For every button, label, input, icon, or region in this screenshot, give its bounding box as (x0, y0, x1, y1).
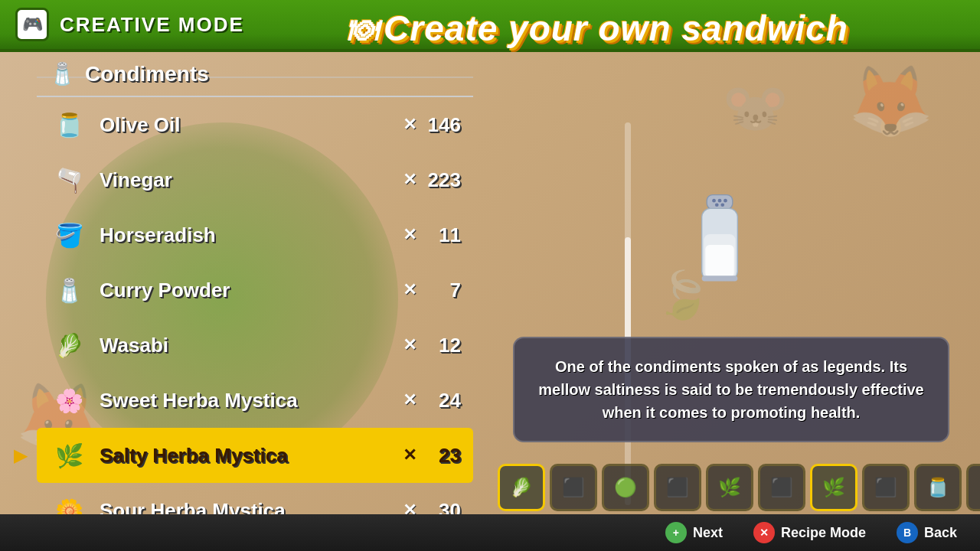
svg-point-3 (724, 199, 727, 203)
svg-point-5 (720, 203, 724, 207)
bottom-slot-6[interactable]: ⬛ (758, 464, 805, 511)
item-x-sweet-herba: ✕ (403, 390, 416, 410)
recipe-mode-btn[interactable]: ✕ Recipe Mode (753, 522, 866, 543)
btn-label-recipe-mode-btn: Recipe Mode (781, 525, 866, 541)
info-text: One of the condiments spoken of as legen… (536, 355, 926, 424)
svg-point-1 (712, 199, 716, 203)
bottom-slot-7[interactable]: 🌿 (810, 464, 858, 511)
item-row-horseradish[interactable]: 🪣 Horseradish ✕ 11 (37, 207, 473, 262)
creative-mode-title: CREATIVE MODE (60, 13, 244, 37)
main-title-text: Create your own sandwich (384, 8, 848, 48)
condiments-label: Condiments (85, 62, 209, 86)
item-icon-wasabi: 🥬 (49, 325, 89, 365)
item-row-vinegar[interactable]: 🫗 Vinegar ✕ 223 (37, 152, 473, 207)
item-icon-horseradish: 🪣 (49, 215, 89, 255)
btn-circle-back-btn: B (897, 522, 918, 543)
item-icon-sweet-herba: 🌸 (49, 380, 89, 420)
item-count-olive-oil: 146 (423, 113, 461, 137)
item-row-curry-powder[interactable]: 🧂 Curry Powder ✕ 7 (37, 262, 473, 318)
bottom-slot-3[interactable]: 🟢 (602, 464, 649, 511)
item-x-vinegar: ✕ (403, 170, 416, 190)
item-icon-olive-oil: 🫙 (49, 105, 89, 145)
item-count-sweet-herba: 24 (423, 389, 461, 412)
scrollbar[interactable] (625, 122, 631, 505)
btn-circle-recipe-mode-btn: ✕ (753, 522, 775, 543)
condiments-icon: 🧂 (49, 61, 76, 86)
item-name-salty-herba: Salty Herba Mystica (100, 444, 403, 468)
bottom-slot-2[interactable]: ⬛ (550, 464, 597, 511)
bottom-slot-10[interactable]: 🫙 (966, 464, 980, 511)
item-count-wasabi: 12 (423, 334, 461, 357)
main-title-icon: 🍽 (346, 13, 377, 47)
info-card: One of the condiments spoken of as legen… (513, 337, 949, 442)
item-name-horseradish: Horseradish (100, 223, 403, 247)
item-x-horseradish: ✕ (403, 225, 416, 245)
item-list: 🫙 Olive Oil ✕ 146 🫗 Vinegar ✕ 223 🪣 Hors… (37, 97, 473, 551)
svg-point-2 (718, 199, 722, 203)
btn-label-back-btn: Back (924, 525, 957, 541)
item-count-salty-herba: 23 (423, 444, 461, 468)
next-btn[interactable]: + Next (665, 522, 723, 543)
item-row-olive-oil[interactable]: 🫙 Olive Oil ✕ 146 (37, 97, 473, 152)
svg-point-4 (715, 203, 719, 207)
item-icon-curry-powder: 🧂 (49, 270, 89, 310)
item-icon-vinegar: 🫗 (49, 160, 89, 200)
svg-rect-9 (702, 276, 738, 281)
bottom-slot-9[interactable]: 🫙 (914, 464, 962, 511)
svg-rect-8 (705, 245, 733, 277)
deco-fox-right: 🦊 (848, 61, 934, 142)
bottom-bar: + Next ✕ Recipe Mode B Back (0, 514, 980, 551)
item-name-wasabi: Wasabi (100, 334, 403, 357)
item-name-curry-powder: Curry Powder (100, 279, 403, 302)
item-name-vinegar: Vinegar (100, 168, 403, 192)
bottom-slot-4[interactable]: ⬛ (654, 464, 701, 511)
item-name-olive-oil: Olive Oil (100, 113, 403, 137)
left-panel: 🧂 Condiments 🫙 Olive Oil ✕ 146 🫗 Vinegar… (37, 52, 473, 551)
bottom-slot-5[interactable]: 🌿 (706, 464, 753, 511)
item-name-sweet-herba: Sweet Herba Mystica (100, 389, 403, 412)
deco-animal-2: 🐭 (722, 77, 789, 139)
item-x-olive-oil: ✕ (403, 115, 416, 135)
item-count-horseradish: 11 (423, 223, 461, 247)
selector-arrow: ▶ (14, 445, 28, 466)
item-row-salty-herba[interactable]: ▶ 🌿 Salty Herba Mystica ✕ 23 (37, 428, 473, 483)
item-count-curry-powder: 7 (423, 279, 461, 302)
item-x-salty-herba: ✕ (403, 445, 416, 465)
item-row-sweet-herba[interactable]: 🌸 Sweet Herba Mystica ✕ 24 (37, 373, 473, 428)
item-x-curry-powder: ✕ (403, 280, 416, 300)
selected-item-image (674, 184, 766, 306)
btn-label-next-btn: Next (693, 525, 723, 541)
item-count-vinegar: 223 (423, 168, 461, 192)
back-btn[interactable]: B Back (897, 522, 957, 543)
item-icon-salty-herba: 🌿 (49, 435, 89, 475)
btn-circle-next-btn: + (665, 522, 687, 543)
main-title: 🍽Create your own sandwich (230, 8, 965, 49)
item-x-wasabi: ✕ (403, 335, 416, 355)
bottom-slots: 🥬⬛🟢⬛🌿⬛🌿⬛🫙🫙 (498, 464, 980, 511)
salt-shaker-svg (689, 191, 750, 298)
bottom-slot-1[interactable]: 🥬 (498, 464, 545, 511)
item-row-wasabi[interactable]: 🥬 Wasabi ✕ 12 (37, 318, 473, 373)
condiments-header: 🧂 Condiments (37, 52, 473, 97)
creative-mode-icon: 🎮 (15, 8, 49, 41)
bottom-slot-8[interactable]: ⬛ (862, 464, 910, 511)
